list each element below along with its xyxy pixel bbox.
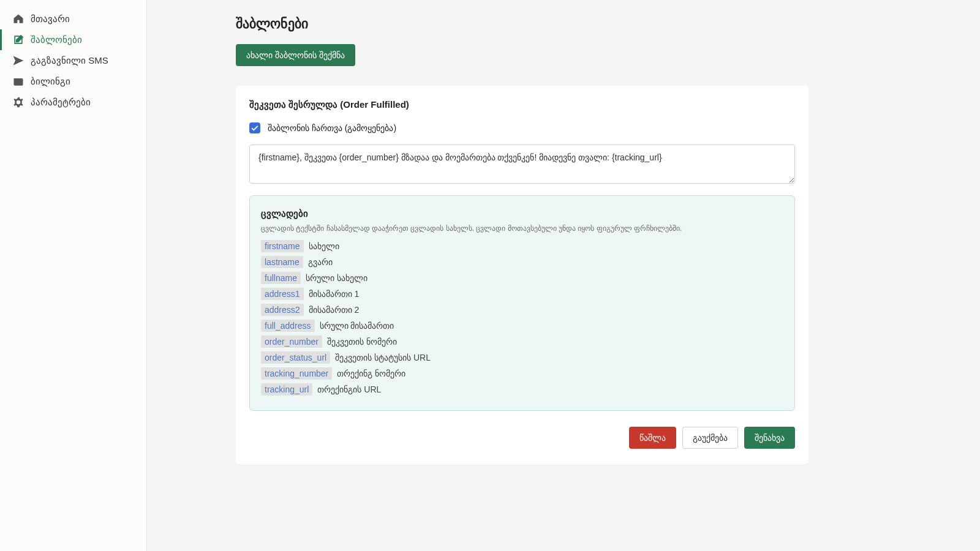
actions-row: წაშლა გაუქმება შენახვა xyxy=(249,427,795,449)
variable-desc: მისამართი 2 xyxy=(309,305,360,315)
nav-item-label: გაგზავნილი SMS xyxy=(31,55,108,66)
variable-pill-address2[interactable]: address2 xyxy=(261,304,304,316)
variable-pill-order_status_url[interactable]: order_status_url xyxy=(261,351,330,364)
variable-pill-firstname[interactable]: firstname xyxy=(261,240,304,252)
nav-item-send[interactable]: გაგზავნილი SMS xyxy=(0,50,146,71)
delete-button[interactable]: წაშლა xyxy=(629,427,676,449)
variable-desc: სრული სახელი xyxy=(306,273,368,283)
sidebar: მთავარიშაბლონებიგაგზავნილი SMSბილინგიპარ… xyxy=(0,0,147,551)
nav-item-label: ბილინგი xyxy=(31,76,70,87)
check-icon xyxy=(251,124,258,132)
variable-desc: სახელი xyxy=(309,241,339,251)
variable-pill-tracking_url[interactable]: tracking_url xyxy=(261,383,312,395)
save-button[interactable]: შენახვა xyxy=(744,427,795,449)
variable-pill-fullname[interactable]: fullname xyxy=(261,272,301,284)
variable-desc: შეკვეთის სტატუსის URL xyxy=(335,353,431,362)
template-card: შეკვეთა შესრულდა (Order Fulfilled) შაბლო… xyxy=(236,86,809,465)
gear-icon xyxy=(12,96,24,108)
variables-title: ცვლადები xyxy=(261,208,783,219)
variable-desc: თრექინგ ნომერი xyxy=(337,369,405,378)
variable-row: address2მისამართი 2 xyxy=(261,304,783,316)
variable-desc: თრექინგის URL xyxy=(317,384,381,394)
new-template-button[interactable]: ახალი შაბლონის შექმნა xyxy=(236,44,355,66)
main-content: შაბლონები ახალი შაბლონის შექმნა შეკვეთა … xyxy=(147,0,980,551)
nav-item-label: მთავარი xyxy=(31,13,70,24)
variable-row: address1მისამართი 1 xyxy=(261,288,783,300)
wallet-icon xyxy=(12,75,24,88)
nav-item-wallet[interactable]: ბილინგი xyxy=(0,71,146,92)
page-title: შაბლონები xyxy=(236,16,809,32)
nav-item-home[interactable]: მთავარი xyxy=(0,9,146,29)
variable-row: order_numberშეკვეთის ნომერი xyxy=(261,335,783,348)
variable-pill-tracking_number[interactable]: tracking_number xyxy=(261,367,332,380)
nav-item-gear[interactable]: პარამეტრები xyxy=(0,92,146,113)
edit-icon xyxy=(12,34,24,46)
variable-pill-order_number[interactable]: order_number xyxy=(261,335,322,348)
variable-row: tracking_numberთრექინგ ნომერი xyxy=(261,367,783,380)
variable-desc: გვარი xyxy=(308,257,333,267)
variable-pill-lastname[interactable]: lastname xyxy=(261,256,303,268)
variable-desc: სრული მისამართი xyxy=(320,321,394,331)
variable-desc: შეკვეთის ნომერი xyxy=(327,337,397,347)
home-icon xyxy=(12,13,24,25)
nav-item-label: პარამეტრები xyxy=(31,97,91,108)
enable-template-label: შაბლონის ჩართვა (გამოყენება) xyxy=(268,123,396,133)
nav-item-edit[interactable]: შაბლონები xyxy=(0,29,146,50)
template-body-textarea[interactable] xyxy=(249,144,795,184)
variable-row: full_addressსრული მისამართი xyxy=(261,320,783,332)
variable-row: lastnameგვარი xyxy=(261,256,783,268)
variable-row: firstnameსახელი xyxy=(261,240,783,252)
variable-row: fullnameსრული სახელი xyxy=(261,272,783,284)
variables-hint: ცვლადის ტექსტში ჩასასმელად დააჭირეთ ცვლა… xyxy=(261,224,783,233)
variable-desc: მისამართი 1 xyxy=(309,289,360,299)
variable-row: order_status_urlშეკვეთის სტატუსის URL xyxy=(261,351,783,364)
cancel-button[interactable]: გაუქმება xyxy=(682,427,738,449)
variable-pill-address1[interactable]: address1 xyxy=(261,288,304,300)
nav-item-label: შაბლონები xyxy=(31,34,82,45)
enable-template-row: შაბლონის ჩართვა (გამოყენება) xyxy=(249,122,795,133)
variables-panel: ცვლადები ცვლადის ტექსტში ჩასასმელად დააჭ… xyxy=(249,195,795,411)
variable-row: tracking_urlთრექინგის URL xyxy=(261,383,783,395)
send-icon xyxy=(12,54,24,67)
template-title: შეკვეთა შესრულდა (Order Fulfilled) xyxy=(249,99,795,110)
enable-template-checkbox[interactable] xyxy=(249,122,260,133)
variable-pill-full_address[interactable]: full_address xyxy=(261,320,315,332)
